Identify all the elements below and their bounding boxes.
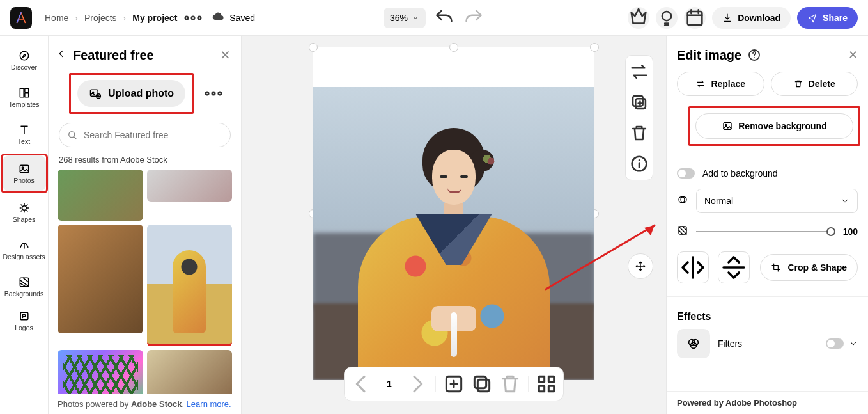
svg-rect-25 <box>477 379 489 391</box>
breadcrumb-projects[interactable]: Projects <box>84 13 117 23</box>
svg-rect-30 <box>548 386 554 391</box>
rail-discover[interactable]: Discover <box>3 42 46 78</box>
right-panel-title: Edit image <box>677 48 741 63</box>
artboard[interactable] <box>313 47 594 380</box>
rail-templates[interactable]: Templates <box>3 79 46 115</box>
upload-photo-button[interactable]: Upload photo <box>77 80 185 107</box>
svg-rect-28 <box>548 376 554 381</box>
search-icon <box>66 129 78 141</box>
page-number: 1 <box>376 379 402 389</box>
svg-point-20 <box>69 132 75 138</box>
svg-point-2 <box>198 16 201 19</box>
svg-point-18 <box>212 92 215 95</box>
share-button[interactable]: Share <box>797 7 858 29</box>
flip-horizontal-button[interactable] <box>677 251 709 283</box>
stock-thumb[interactable] <box>147 170 233 202</box>
svg-rect-29 <box>539 386 544 391</box>
undo-button[interactable] <box>433 7 455 29</box>
replace-button[interactable]: Replace <box>677 72 764 96</box>
right-panel: Edit image ✕ Replace Delete Remove backg… <box>666 36 868 414</box>
svg-rect-8 <box>24 93 28 97</box>
svg-rect-27 <box>539 376 544 381</box>
canvas-area[interactable]: 1 <box>242 36 666 414</box>
stock-thumb[interactable] <box>58 350 143 394</box>
stock-thumb[interactable] <box>147 225 233 346</box>
svg-rect-26 <box>474 376 486 388</box>
canvas-toolbar <box>625 55 653 180</box>
duplicate-icon[interactable] <box>628 92 650 113</box>
chevron-right-icon: › <box>75 13 78 23</box>
delete-button[interactable]: Delete <box>771 72 858 96</box>
calendar-icon[interactable] <box>684 7 706 29</box>
page-toolbar: 1 <box>344 367 564 401</box>
flip-vertical-button[interactable] <box>718 251 750 283</box>
stock-thumb[interactable] <box>147 350 233 394</box>
idea-icon[interactable] <box>656 7 678 29</box>
zoom-dropdown[interactable]: 36% <box>384 8 426 28</box>
resize-handle[interactable] <box>449 43 458 52</box>
next-page-button[interactable] <box>405 371 430 397</box>
learn-more-link[interactable]: Learn more. <box>187 399 231 409</box>
resize-handle[interactable] <box>309 43 318 52</box>
left-panel: Featured free ✕ Upload photo 268 results… <box>49 36 242 414</box>
blend-mode-select[interactable]: Normal <box>696 189 858 213</box>
rail-photos[interactable]: Photos <box>3 155 46 191</box>
svg-rect-32 <box>724 123 731 130</box>
rail-design-assets[interactable]: Design assets <box>3 232 46 267</box>
breadcrumb-home[interactable]: Home <box>45 13 68 23</box>
redo-button[interactable] <box>463 7 484 29</box>
filters-toggle[interactable] <box>826 338 844 349</box>
stock-gallery <box>49 170 241 394</box>
more-menu-button[interactable] <box>182 7 204 29</box>
grid-view-button[interactable] <box>534 371 559 397</box>
opacity-icon <box>677 225 688 239</box>
move-handle[interactable] <box>628 253 653 279</box>
saved-status: Saved <box>229 13 255 23</box>
breadcrumb: Home › Projects › My project <box>45 13 177 23</box>
info-icon[interactable] <box>628 153 650 175</box>
remove-background-button[interactable]: Remove background <box>695 113 853 139</box>
canvas-image[interactable] <box>313 87 594 380</box>
left-rail: Discover Templates Text Photos Shapes De… <box>0 36 49 414</box>
svg-point-10 <box>22 167 24 169</box>
panel-footer: Photos powered by Adobe Stock. Learn mor… <box>49 394 241 414</box>
trash-icon[interactable] <box>628 122 650 144</box>
stock-thumb[interactable] <box>58 170 143 221</box>
opacity-slider[interactable] <box>696 231 835 232</box>
prev-page-button[interactable] <box>348 371 374 397</box>
svg-point-17 <box>206 92 209 95</box>
add-to-background-toggle[interactable] <box>677 168 695 179</box>
stock-thumb[interactable] <box>58 225 143 333</box>
add-to-background-label: Add to background <box>702 168 778 179</box>
search-input[interactable] <box>59 123 231 147</box>
add-page-button[interactable] <box>441 371 467 397</box>
filters-label: Filters <box>718 338 742 349</box>
svg-point-19 <box>219 92 222 95</box>
download-button[interactable]: Download <box>712 7 791 29</box>
rail-text[interactable]: Text <box>3 116 46 152</box>
help-icon[interactable] <box>747 47 762 63</box>
rail-backgrounds[interactable]: Backgrounds <box>3 269 46 305</box>
svg-point-3 <box>662 12 671 20</box>
rail-logos[interactable]: Logos <box>3 306 46 335</box>
resize-handle[interactable] <box>590 43 599 52</box>
app-logo[interactable] <box>10 7 32 29</box>
panel-back-button[interactable] <box>54 49 69 61</box>
svg-rect-6 <box>20 88 24 97</box>
opacity-value: 100 <box>843 227 858 237</box>
svg-rect-4 <box>688 12 702 25</box>
delete-page-button[interactable] <box>497 371 523 397</box>
premium-icon <box>628 7 649 29</box>
svg-point-1 <box>192 16 195 19</box>
breadcrumb-current[interactable]: My project <box>132 13 177 23</box>
rail-shapes[interactable]: Shapes <box>3 195 46 230</box>
crop-shape-button[interactable]: Crop & Shape <box>760 254 858 281</box>
right-panel-close[interactable]: ✕ <box>848 48 858 62</box>
duplicate-page-button[interactable] <box>469 371 495 397</box>
svg-rect-22 <box>633 96 643 106</box>
panel-close-button[interactable]: ✕ <box>220 47 231 63</box>
upload-more-menu[interactable] <box>203 83 224 104</box>
swap-icon[interactable] <box>628 61 650 83</box>
chevron-down-icon[interactable] <box>849 339 858 348</box>
filters-icon[interactable] <box>677 329 710 358</box>
